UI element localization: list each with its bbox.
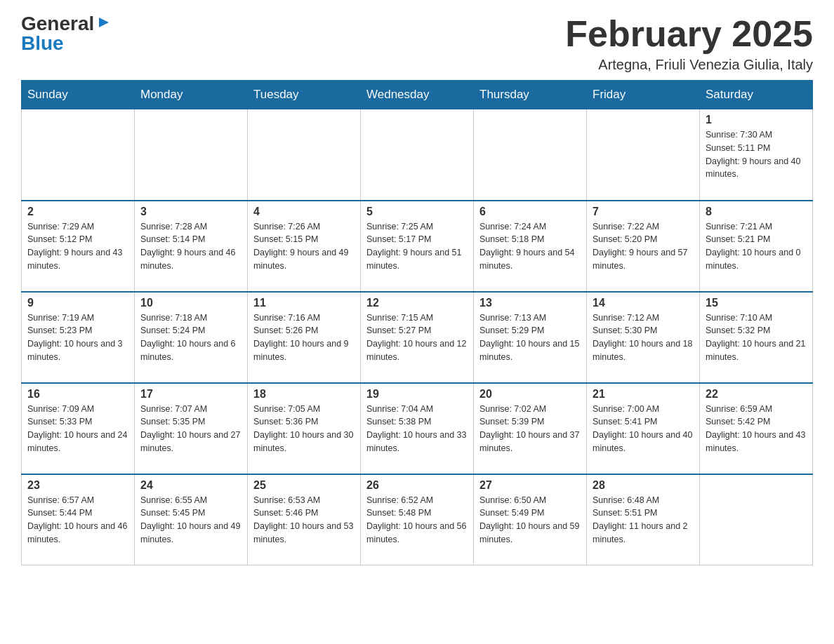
day-info: Sunrise: 6:55 AMSunset: 5:45 PMDaylight:… xyxy=(140,494,241,546)
day-number: 9 xyxy=(27,297,128,309)
day-info: Sunrise: 7:16 AMSunset: 5:26 PMDaylight:… xyxy=(253,311,355,364)
calendar-cell: 16Sunrise: 7:09 AMSunset: 5:33 PMDayligh… xyxy=(22,383,135,474)
day-number: 27 xyxy=(479,479,581,492)
day-number: 18 xyxy=(253,388,355,401)
day-info: Sunrise: 7:24 AMSunset: 5:18 PMDaylight:… xyxy=(479,220,581,273)
logo-general-text: General xyxy=(21,14,94,34)
calendar-table: SundayMondayTuesdayWednesdayThursdayFrid… xyxy=(21,80,813,565)
day-number: 8 xyxy=(706,206,807,218)
day-number: 2 xyxy=(27,206,128,218)
calendar-cell: 12Sunrise: 7:15 AMSunset: 5:27 PMDayligh… xyxy=(361,292,474,383)
day-number: 19 xyxy=(366,388,468,401)
calendar-cell: 7Sunrise: 7:22 AMSunset: 5:20 PMDaylight… xyxy=(587,201,700,292)
calendar-cell xyxy=(700,474,813,565)
day-info: Sunrise: 6:53 AMSunset: 5:46 PMDaylight:… xyxy=(253,494,355,546)
calendar-cell: 18Sunrise: 7:05 AMSunset: 5:36 PMDayligh… xyxy=(248,383,361,474)
calendar-cell: 4Sunrise: 7:26 AMSunset: 5:15 PMDaylight… xyxy=(248,201,361,292)
calendar-cell: 21Sunrise: 7:00 AMSunset: 5:41 PMDayligh… xyxy=(587,383,700,474)
day-number: 10 xyxy=(140,297,241,309)
calendar-cell: 8Sunrise: 7:21 AMSunset: 5:21 PMDaylight… xyxy=(700,201,813,292)
day-info: Sunrise: 6:52 AMSunset: 5:48 PMDaylight:… xyxy=(366,494,468,546)
day-number: 5 xyxy=(366,206,468,218)
weekday-header-monday: Monday xyxy=(135,81,248,109)
day-info: Sunrise: 7:15 AMSunset: 5:27 PMDaylight:… xyxy=(366,311,468,364)
calendar-cell: 20Sunrise: 7:02 AMSunset: 5:39 PMDayligh… xyxy=(474,383,587,474)
calendar-cell: 3Sunrise: 7:28 AMSunset: 5:14 PMDaylight… xyxy=(135,201,248,292)
week-row-4: 16Sunrise: 7:09 AMSunset: 5:33 PMDayligh… xyxy=(22,383,813,474)
weekday-header-row: SundayMondayTuesdayWednesdayThursdayFrid… xyxy=(22,81,813,109)
day-info: Sunrise: 7:30 AMSunset: 5:11 PMDaylight:… xyxy=(706,128,807,181)
calendar-cell: 2Sunrise: 7:29 AMSunset: 5:12 PMDaylight… xyxy=(22,201,135,292)
day-info: Sunrise: 6:57 AMSunset: 5:44 PMDaylight:… xyxy=(27,494,128,546)
calendar-cell: 24Sunrise: 6:55 AMSunset: 5:45 PMDayligh… xyxy=(135,474,248,565)
day-number: 20 xyxy=(479,388,581,401)
calendar-cell: 15Sunrise: 7:10 AMSunset: 5:32 PMDayligh… xyxy=(700,292,813,383)
weekday-header-wednesday: Wednesday xyxy=(361,81,474,109)
calendar-cell: 19Sunrise: 7:04 AMSunset: 5:38 PMDayligh… xyxy=(361,383,474,474)
calendar-cell xyxy=(135,109,248,201)
weekday-header-friday: Friday xyxy=(587,81,700,109)
day-info: Sunrise: 7:29 AMSunset: 5:12 PMDaylight:… xyxy=(27,220,128,273)
day-info: Sunrise: 6:50 AMSunset: 5:49 PMDaylight:… xyxy=(479,494,581,546)
week-row-3: 9Sunrise: 7:19 AMSunset: 5:23 PMDaylight… xyxy=(22,292,813,383)
day-info: Sunrise: 7:02 AMSunset: 5:39 PMDaylight:… xyxy=(479,403,581,455)
calendar-cell: 25Sunrise: 6:53 AMSunset: 5:46 PMDayligh… xyxy=(248,474,361,565)
calendar-cell: 23Sunrise: 6:57 AMSunset: 5:44 PMDayligh… xyxy=(22,474,135,565)
calendar-subtitle: Artegna, Friuli Venezia Giulia, Italy xyxy=(565,57,813,73)
day-number: 22 xyxy=(706,388,807,401)
calendar-cell: 1Sunrise: 7:30 AMSunset: 5:11 PMDaylight… xyxy=(700,109,813,201)
day-info: Sunrise: 7:07 AMSunset: 5:35 PMDaylight:… xyxy=(140,403,241,455)
calendar-cell: 14Sunrise: 7:12 AMSunset: 5:30 PMDayligh… xyxy=(587,292,700,383)
logo-blue-text: Blue xyxy=(21,34,64,53)
week-row-2: 2Sunrise: 7:29 AMSunset: 5:12 PMDaylight… xyxy=(22,201,813,292)
day-info: Sunrise: 7:19 AMSunset: 5:23 PMDaylight:… xyxy=(27,311,128,364)
day-info: Sunrise: 7:28 AMSunset: 5:14 PMDaylight:… xyxy=(140,220,241,273)
day-number: 3 xyxy=(140,206,241,218)
calendar-cell xyxy=(248,109,361,201)
calendar-title: February 2025 xyxy=(565,14,813,54)
logo-arrow-icon xyxy=(96,15,112,30)
day-number: 14 xyxy=(593,297,694,309)
calendar-cell xyxy=(361,109,474,201)
day-number: 7 xyxy=(593,206,694,218)
calendar-cell: 10Sunrise: 7:18 AMSunset: 5:24 PMDayligh… xyxy=(135,292,248,383)
day-info: Sunrise: 7:25 AMSunset: 5:17 PMDaylight:… xyxy=(366,220,468,273)
day-info: Sunrise: 7:21 AMSunset: 5:21 PMDaylight:… xyxy=(706,220,807,273)
day-number: 12 xyxy=(366,297,468,309)
weekday-header-saturday: Saturday xyxy=(700,81,813,109)
week-row-1: 1Sunrise: 7:30 AMSunset: 5:11 PMDaylight… xyxy=(22,109,813,201)
day-info: Sunrise: 7:22 AMSunset: 5:20 PMDaylight:… xyxy=(593,220,694,273)
calendar-cell: 26Sunrise: 6:52 AMSunset: 5:48 PMDayligh… xyxy=(361,474,474,565)
day-number: 23 xyxy=(27,479,128,492)
day-info: Sunrise: 6:59 AMSunset: 5:42 PMDaylight:… xyxy=(706,403,807,455)
page-header: General Blue February 2025 Artegna, Friu… xyxy=(21,14,813,73)
day-number: 13 xyxy=(479,297,581,309)
day-number: 21 xyxy=(593,388,694,401)
day-info: Sunrise: 7:04 AMSunset: 5:38 PMDaylight:… xyxy=(366,403,468,455)
day-info: Sunrise: 7:13 AMSunset: 5:29 PMDaylight:… xyxy=(479,311,581,364)
calendar-cell: 13Sunrise: 7:13 AMSunset: 5:29 PMDayligh… xyxy=(474,292,587,383)
day-info: Sunrise: 6:48 AMSunset: 5:51 PMDaylight:… xyxy=(593,494,694,546)
calendar-cell xyxy=(587,109,700,201)
day-info: Sunrise: 7:12 AMSunset: 5:30 PMDaylight:… xyxy=(593,311,694,364)
day-number: 24 xyxy=(140,479,241,492)
day-number: 25 xyxy=(253,479,355,492)
day-info: Sunrise: 7:10 AMSunset: 5:32 PMDaylight:… xyxy=(706,311,807,364)
day-number: 6 xyxy=(479,206,581,218)
weekday-header-thursday: Thursday xyxy=(474,81,587,109)
svg-marker-0 xyxy=(99,18,109,27)
day-info: Sunrise: 7:26 AMSunset: 5:15 PMDaylight:… xyxy=(253,220,355,273)
weekday-header-tuesday: Tuesday xyxy=(248,81,361,109)
calendar-cell: 27Sunrise: 6:50 AMSunset: 5:49 PMDayligh… xyxy=(474,474,587,565)
calendar-cell: 17Sunrise: 7:07 AMSunset: 5:35 PMDayligh… xyxy=(135,383,248,474)
day-info: Sunrise: 7:05 AMSunset: 5:36 PMDaylight:… xyxy=(253,403,355,455)
calendar-cell: 5Sunrise: 7:25 AMSunset: 5:17 PMDaylight… xyxy=(361,201,474,292)
day-number: 17 xyxy=(140,388,241,401)
calendar-cell: 28Sunrise: 6:48 AMSunset: 5:51 PMDayligh… xyxy=(587,474,700,565)
day-number: 28 xyxy=(593,479,694,492)
day-number: 4 xyxy=(253,206,355,218)
logo: General Blue xyxy=(21,14,112,53)
week-row-5: 23Sunrise: 6:57 AMSunset: 5:44 PMDayligh… xyxy=(22,474,813,565)
day-info: Sunrise: 7:09 AMSunset: 5:33 PMDaylight:… xyxy=(27,403,128,455)
day-number: 11 xyxy=(253,297,355,309)
